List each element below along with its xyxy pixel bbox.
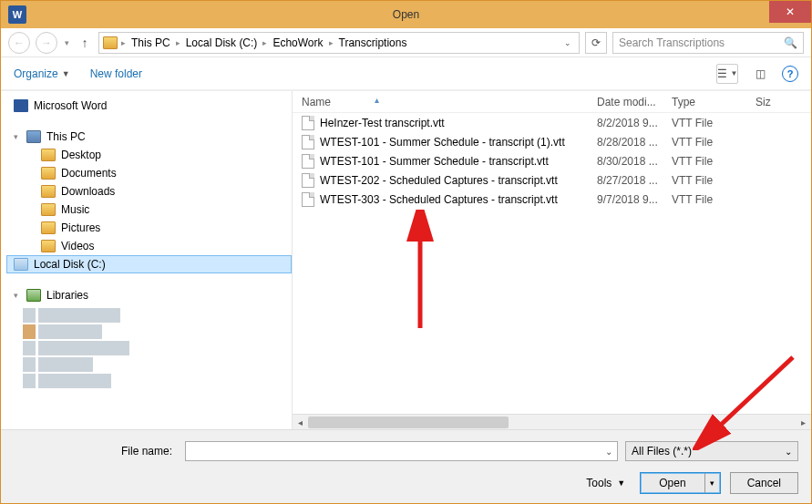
refresh-button[interactable]: ⟳ xyxy=(585,32,607,54)
nav-row: ← → ▾ ↑ ▸ This PC ▸ Local Disk (C:) ▸ Ec… xyxy=(1,28,811,57)
history-dropdown[interactable]: ▾ xyxy=(63,38,71,47)
col-date[interactable]: Date modi... xyxy=(597,96,672,108)
crumb-transcriptions[interactable]: Transcriptions xyxy=(337,36,409,49)
file-type: VTT File xyxy=(672,155,755,168)
scroll-track[interactable] xyxy=(308,415,796,430)
tools-menu[interactable]: Tools ▼ xyxy=(586,477,631,489)
open-button[interactable]: Open ▾ xyxy=(640,472,720,494)
file-type: VTT File xyxy=(672,136,755,149)
forward-button[interactable]: → xyxy=(36,32,57,54)
file-name: WTEST-101 - Summer Schedule - transcript… xyxy=(320,155,549,168)
col-size[interactable]: Siz xyxy=(755,96,778,108)
tree-documents[interactable]: Documents xyxy=(6,164,292,182)
chevron-icon[interactable]: ▸ xyxy=(119,38,128,47)
tree-label: This PC xyxy=(46,130,86,143)
open-dropdown[interactable]: ▾ xyxy=(705,478,720,488)
file-type: VTT File xyxy=(672,117,755,129)
scroll-thumb[interactable] xyxy=(308,417,509,428)
cancel-button[interactable]: Cancel xyxy=(730,472,798,494)
chevron-down-icon: ▼ xyxy=(617,478,625,488)
new-folder-button[interactable]: New folder xyxy=(90,67,142,80)
crumb-drive[interactable]: Local Disk (C:) xyxy=(184,36,260,49)
folder-icon xyxy=(41,240,56,252)
tools-label: Tools xyxy=(586,477,612,489)
tree-videos[interactable]: Videos xyxy=(6,237,292,255)
filename-label: File name: xyxy=(14,445,178,458)
titlebar: W Open ✕ xyxy=(1,1,811,28)
tree-music[interactable]: Music xyxy=(6,201,292,219)
file-type: VTT File xyxy=(672,174,755,187)
pc-icon xyxy=(26,130,41,143)
footer: File name: ⌄ All Files (*.*) ⌄ Tools ▼ O… xyxy=(1,429,811,503)
file-type: VTT File xyxy=(672,193,755,206)
file-list-pane: Name ▴ Date modi... Type Siz HeInzer-Tes… xyxy=(293,91,811,429)
folder-icon xyxy=(41,221,56,234)
tree-desktop[interactable]: Desktop xyxy=(6,146,292,164)
crumb-echowork[interactable]: EchoWork xyxy=(271,36,324,49)
folder-icon xyxy=(41,185,56,198)
column-headers: Name ▴ Date modi... Type Siz xyxy=(293,91,811,113)
chevron-icon[interactable]: ▸ xyxy=(261,38,269,47)
tree-downloads[interactable]: Downloads xyxy=(6,182,292,201)
tree-label: Videos xyxy=(61,240,94,252)
file-name: WTEST-202 - Scheduled Captures - transcr… xyxy=(320,174,558,187)
horizontal-scrollbar[interactable]: ◂ ▸ xyxy=(293,414,811,429)
organize-menu[interactable]: Organize ▼ xyxy=(14,67,70,80)
folder-icon xyxy=(41,149,56,161)
col-type[interactable]: Type xyxy=(672,96,755,108)
tree-localdisk[interactable]: Local Disk (C:) xyxy=(6,255,292,273)
filename-dropdown[interactable]: ⌄ xyxy=(601,447,617,457)
preview-pane-button[interactable]: ◫ xyxy=(749,64,771,84)
file-row[interactable]: HeInzer-Test transcript.vtt 8/2/2018 9..… xyxy=(293,113,811,132)
tree-label: Libraries xyxy=(46,289,88,302)
file-icon xyxy=(302,192,314,207)
crumb-thispc[interactable]: This PC xyxy=(129,36,172,49)
tree-label: Desktop xyxy=(61,149,101,161)
filter-label: All Files (*.*) xyxy=(632,445,692,458)
tree-thispc[interactable]: This PC xyxy=(6,128,292,146)
file-date: 9/7/2018 9... xyxy=(597,193,672,206)
tree-word[interactable]: Microsoft Word xyxy=(6,97,292,115)
filename-input[interactable]: ⌄ xyxy=(185,441,618,461)
file-rows[interactable]: HeInzer-Test transcript.vtt 8/2/2018 9..… xyxy=(293,113,811,414)
view-options-button[interactable]: ☰ ▼ xyxy=(716,64,738,84)
drive-icon xyxy=(14,258,28,271)
file-row[interactable]: WTEST-101 - Summer Schedule - transcript… xyxy=(293,132,811,151)
file-date: 8/2/2018 9... xyxy=(597,117,672,129)
up-button[interactable]: ↑ xyxy=(77,36,93,50)
word-icon xyxy=(14,99,28,112)
path-dropdown[interactable]: ⌄ xyxy=(560,38,575,47)
breadcrumb[interactable]: ▸ This PC ▸ Local Disk (C:) ▸ EchoWork ▸… xyxy=(98,32,580,54)
tree-label: Microsoft Word xyxy=(34,99,107,112)
file-icon xyxy=(302,154,314,169)
sort-asc-icon: ▴ xyxy=(375,95,379,105)
chevron-icon[interactable]: ▸ xyxy=(174,38,182,47)
back-button[interactable]: ← xyxy=(8,32,30,54)
close-button[interactable]: ✕ xyxy=(769,1,811,23)
scroll-right-icon[interactable]: ▸ xyxy=(796,415,811,430)
tree-label: Pictures xyxy=(61,221,100,234)
tree-label: Downloads xyxy=(61,185,115,198)
newfolder-label: New folder xyxy=(90,67,142,80)
search-icon: 🔍 xyxy=(784,36,797,49)
file-row[interactable]: WTEST-303 - Scheduled Captures - transcr… xyxy=(293,190,811,209)
file-type-filter[interactable]: All Files (*.*) ⌄ xyxy=(625,441,798,461)
help-button[interactable]: ? xyxy=(782,66,798,82)
open-dialog: W Open ✕ ← → ▾ ↑ ▸ This PC ▸ Local Disk … xyxy=(0,0,812,504)
file-row[interactable]: WTEST-101 - Summer Schedule - transcript… xyxy=(293,151,811,170)
tree-label: Documents xyxy=(61,167,117,180)
file-icon xyxy=(302,135,314,149)
folder-icon xyxy=(103,36,118,49)
col-name[interactable]: Name ▴ xyxy=(302,96,597,108)
tree-pictures[interactable]: Pictures xyxy=(6,219,292,237)
dialog-body: Microsoft Word This PC Desktop Documents… xyxy=(1,90,811,429)
tree-libraries[interactable]: Libraries xyxy=(6,286,292,304)
file-name: HeInzer-Test transcript.vtt xyxy=(320,117,445,129)
chevron-icon[interactable]: ▸ xyxy=(327,38,335,47)
file-row[interactable]: WTEST-202 - Scheduled Captures - transcr… xyxy=(293,170,811,190)
organize-label: Organize xyxy=(14,67,58,80)
nav-tree[interactable]: Microsoft Word This PC Desktop Documents… xyxy=(1,91,293,429)
tree-label: Local Disk (C:) xyxy=(34,258,106,271)
search-input[interactable]: Search Transcriptions 🔍 xyxy=(612,32,804,54)
scroll-left-icon[interactable]: ◂ xyxy=(293,415,308,430)
